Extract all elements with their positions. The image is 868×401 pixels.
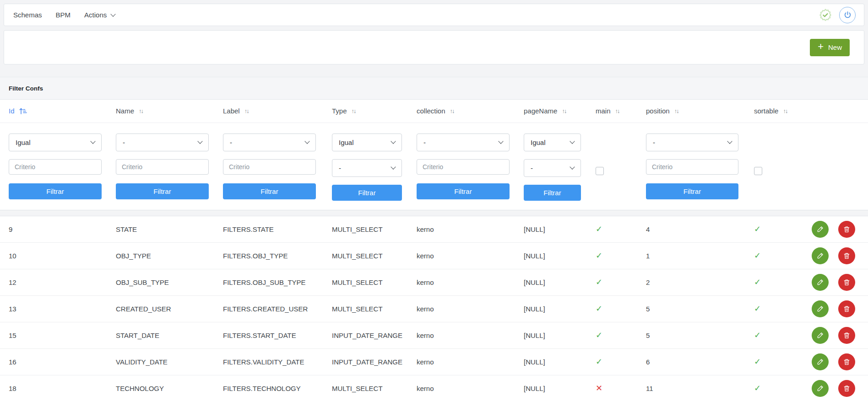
filter-cell-position: - Filtrar <box>637 123 745 210</box>
trash-icon <box>843 385 851 392</box>
cell-actions <box>807 322 868 348</box>
delete-button[interactable] <box>838 327 855 344</box>
id-filtrar-button[interactable]: Filtrar <box>9 183 102 199</box>
sort-icon: ↑↓ <box>352 107 357 114</box>
new-button[interactable]: + New <box>810 39 850 56</box>
trash-icon <box>843 358 851 366</box>
cell-collection: kerno <box>408 216 515 242</box>
cell-id: 18 <box>0 375 107 401</box>
sortable-filter-checkbox[interactable] <box>754 167 762 175</box>
main-status-icon: ✓ <box>596 357 602 366</box>
edit-button[interactable] <box>812 300 829 317</box>
column-header-pagename[interactable]: pageName↑↓ <box>515 100 587 123</box>
delete-button[interactable] <box>838 274 855 291</box>
nav-item-bpm[interactable]: BPM <box>56 11 71 19</box>
main-filter-checkbox[interactable] <box>596 167 604 175</box>
position-operator-select[interactable]: - <box>646 134 738 151</box>
table-header-row: Id Name↑↓ Label↑↓ Type↑↓ <box>0 100 868 123</box>
main-status-icon: ✓ <box>596 225 602 234</box>
edit-button[interactable] <box>812 380 829 397</box>
cell-id: 9 <box>0 216 107 242</box>
chevron-down-icon <box>90 139 95 144</box>
spacer <box>754 134 807 167</box>
label-criteria-input[interactable] <box>223 159 316 175</box>
type-operator-select[interactable]: Igual <box>332 134 402 151</box>
top-navbar: Schemas BPM Actions <box>4 4 864 26</box>
column-header-id[interactable]: Id <box>0 100 107 123</box>
type-filtrar-button[interactable]: Filtrar <box>332 185 402 201</box>
cell-name: CREATED_USER <box>107 295 214 322</box>
cell-position: 2 <box>637 269 745 295</box>
delete-button[interactable] <box>838 353 855 370</box>
nav-item-actions[interactable]: Actions <box>84 11 115 19</box>
cell-collection: kerno <box>408 375 515 401</box>
filter-cell-id: Igual Filtrar <box>0 123 107 210</box>
power-button[interactable] <box>839 7 856 23</box>
cell-label: FILTERS.OBJ_SUB_TYPE <box>214 269 323 295</box>
column-header-type[interactable]: Type↑↓ <box>323 100 408 123</box>
delete-button[interactable] <box>838 221 855 238</box>
edit-button[interactable] <box>812 221 829 238</box>
cell-main: ✓ <box>587 269 637 295</box>
column-header-position[interactable]: position↑↓ <box>637 100 745 123</box>
cell-position: 4 <box>637 216 745 242</box>
edit-button[interactable] <box>812 274 829 291</box>
collection-operator-select[interactable]: - <box>417 134 510 151</box>
filter-cell-type: Igual - Filtrar <box>323 123 408 210</box>
column-header-name[interactable]: Name↑↓ <box>107 100 214 123</box>
cell-actions <box>807 295 868 322</box>
column-header-collection[interactable]: collection↑↓ <box>408 100 515 123</box>
label-filtrar-button[interactable]: Filtrar <box>223 183 316 199</box>
collection-criteria-input[interactable] <box>417 159 510 175</box>
cell-position: 5 <box>637 322 745 348</box>
column-header-main[interactable]: main↑↓ <box>587 100 637 123</box>
name-operator-select[interactable]: - <box>116 134 209 151</box>
sortable-status-icon: ✓ <box>754 225 761 234</box>
table-body: 9 STATE FILTERS.STATE MULTI_SELECT kerno… <box>0 216 868 401</box>
pencil-icon <box>816 305 825 313</box>
filter-confs-table: Id Name↑↓ Label↑↓ Type↑↓ <box>0 100 868 401</box>
cell-sortable: ✓ <box>745 295 807 322</box>
main-status-icon: ✓ <box>596 278 602 287</box>
cell-main: ✓ <box>587 322 637 348</box>
edit-button[interactable] <box>812 327 829 344</box>
main-status-icon: ✓ <box>596 331 602 340</box>
column-header-label[interactable]: Label↑↓ <box>214 100 323 123</box>
cell-main: ✓ <box>587 242 637 269</box>
cell-pagename: [NULL] <box>515 269 587 295</box>
pagename-filtrar-button[interactable]: Filtrar <box>524 185 581 201</box>
type-value-select[interactable]: - <box>332 159 402 177</box>
id-criteria-input[interactable] <box>9 159 102 175</box>
name-filtrar-button[interactable]: Filtrar <box>116 183 209 199</box>
sortable-status-icon: ✓ <box>754 251 761 260</box>
delete-button[interactable] <box>838 247 855 264</box>
edit-button[interactable] <box>812 247 829 264</box>
cell-pagename: [NULL] <box>515 216 587 242</box>
pagename-value-select[interactable]: - <box>524 159 581 177</box>
position-filtrar-button[interactable]: Filtrar <box>646 183 738 199</box>
pagename-operator-select[interactable]: Igual <box>524 134 581 151</box>
cell-type: MULTI_SELECT <box>323 216 408 242</box>
cell-pagename: [NULL] <box>515 375 587 401</box>
pencil-icon <box>816 251 825 260</box>
table-filter-row: Igual Filtrar - Filtrar - Filtrar <box>0 123 868 210</box>
cell-main: ✓ <box>587 216 637 242</box>
cell-type: INPUT_DATE_RANGE <box>323 322 408 348</box>
sort-icon: ↑↓ <box>562 107 567 114</box>
cell-position: 1 <box>637 242 745 269</box>
collection-filtrar-button[interactable]: Filtrar <box>417 183 510 199</box>
delete-button[interactable] <box>838 300 855 317</box>
cell-label: FILTERS.CREATED_USER <box>214 295 323 322</box>
cell-main: ✓ <box>587 295 637 322</box>
column-header-sortable[interactable]: sortable↑↓ <box>745 100 807 123</box>
cell-type: MULTI_SELECT <box>323 269 408 295</box>
name-criteria-input[interactable] <box>116 159 209 175</box>
delete-button[interactable] <box>838 380 855 397</box>
cell-collection: kerno <box>408 269 515 295</box>
id-operator-select[interactable]: Igual <box>9 134 102 151</box>
position-criteria-input[interactable] <box>646 159 738 175</box>
nav-item-schemas[interactable]: Schemas <box>13 11 42 19</box>
cell-sortable: ✓ <box>745 375 807 401</box>
label-operator-select[interactable]: - <box>223 134 316 151</box>
edit-button[interactable] <box>812 353 829 370</box>
